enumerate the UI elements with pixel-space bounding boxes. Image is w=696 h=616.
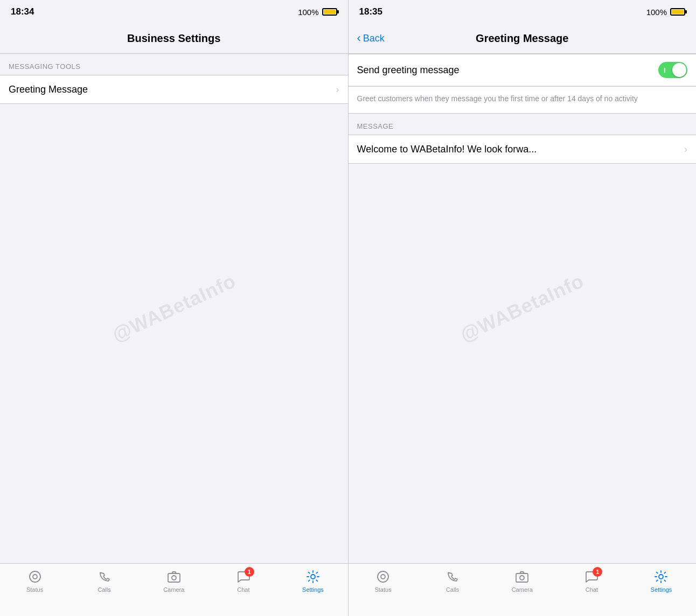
page-title-left: Business Settings xyxy=(127,32,220,45)
tab-settings-right[interactable]: Settings xyxy=(627,569,696,593)
back-button[interactable]: ‹ Back xyxy=(357,33,385,44)
chat-label-left: Chat xyxy=(237,586,249,593)
chat-badge-left: 1 xyxy=(245,567,254,577)
chat-label-right: Chat xyxy=(586,586,598,593)
tab-bar-left: Status Calls Camera xyxy=(0,563,348,616)
back-chevron-icon: ‹ xyxy=(357,32,361,44)
battery-fill-right xyxy=(672,10,684,14)
calls-label-right: Calls xyxy=(446,586,459,593)
settings-icon-left xyxy=(305,569,321,584)
calls-icon-left xyxy=(97,569,112,584)
tab-calls-left[interactable]: Calls xyxy=(69,569,139,593)
svg-point-6 xyxy=(381,575,385,579)
chat-icon-right: 1 xyxy=(584,569,599,584)
battery-pct-left: 100% xyxy=(298,8,318,17)
toggle-knob xyxy=(672,63,686,77)
greeting-message-label: Greeting Message xyxy=(9,84,336,95)
nav-header-right: ‹ Back Greeting Message xyxy=(349,24,697,54)
message-list-group: Welcome to WABetaInfo! We look forwa... … xyxy=(349,135,697,164)
svg-rect-2 xyxy=(168,573,180,582)
main-content-right: Send greeting message I Greet customers … xyxy=(349,54,697,563)
status-right-left: 100% xyxy=(298,8,337,17)
message-section-header: MESSAGE xyxy=(349,114,697,135)
tab-chat-right[interactable]: 1 Chat xyxy=(557,569,627,593)
greeting-toggle[interactable]: I xyxy=(658,62,687,78)
toggle-i-label: I xyxy=(664,66,666,74)
message-preview-row[interactable]: Welcome to WABetaInfo! We look forwa... … xyxy=(349,135,697,163)
greeting-toggle-group: Send greeting message I xyxy=(349,54,697,87)
settings-label-left: Settings xyxy=(302,586,324,593)
back-label: Back xyxy=(363,33,385,44)
svg-point-5 xyxy=(378,571,388,582)
battery-icon-left xyxy=(322,8,337,16)
greeting-message-row[interactable]: Greeting Message › xyxy=(0,75,348,103)
status-label-right: Status xyxy=(374,586,391,593)
status-label-left: Status xyxy=(26,586,43,593)
svg-point-0 xyxy=(30,571,40,582)
send-greeting-row: Send greeting message I xyxy=(349,54,697,86)
calls-icon-right xyxy=(445,569,460,584)
nav-header-left: Business Settings xyxy=(0,24,348,54)
page-title-right: Greeting Message xyxy=(476,32,568,45)
camera-icon-right xyxy=(514,569,530,584)
time-left: 18:34 xyxy=(11,6,34,17)
status-icon-right xyxy=(375,569,391,584)
tab-status-right[interactable]: Status xyxy=(349,569,418,593)
settings-label-right: Settings xyxy=(651,586,672,593)
svg-point-3 xyxy=(172,576,176,580)
settings-icon-right xyxy=(653,569,669,584)
greeting-description: Greet customers when they message you th… xyxy=(357,93,688,104)
greeting-description-block: Greet customers when they message you th… xyxy=(349,87,697,114)
battery-icon-right xyxy=(670,8,685,16)
svg-point-4 xyxy=(311,575,315,579)
time-right: 18:35 xyxy=(359,6,382,17)
tab-status-left[interactable]: Status xyxy=(0,569,69,593)
send-greeting-label: Send greeting message xyxy=(357,65,659,76)
left-panel: @WABetaInfo 18:34 100% Business Settings… xyxy=(0,0,348,616)
calls-label-left: Calls xyxy=(98,586,110,593)
section-header-messaging-tools: MESSAGING TOOLS xyxy=(0,54,348,75)
message-chevron: › xyxy=(684,144,687,155)
camera-label-left: Camera xyxy=(163,586,184,593)
battery-pct-right: 100% xyxy=(646,8,667,17)
messaging-tools-list: Greeting Message › xyxy=(0,75,348,104)
tab-settings-left[interactable]: Settings xyxy=(278,569,347,593)
camera-icon-left xyxy=(166,569,182,584)
greeting-chevron: › xyxy=(336,84,339,95)
svg-rect-7 xyxy=(516,573,528,582)
svg-point-9 xyxy=(659,575,663,579)
tab-bar-right: Status Calls Camera xyxy=(349,563,697,616)
tab-calls-right[interactable]: Calls xyxy=(418,569,488,593)
chat-icon-left: 1 xyxy=(236,569,251,584)
svg-point-8 xyxy=(520,576,524,580)
status-right-right: 100% xyxy=(646,8,685,17)
chat-badge-right: 1 xyxy=(593,567,602,577)
status-bar-right: 18:35 100% xyxy=(349,0,697,24)
svg-point-1 xyxy=(33,575,37,579)
camera-label-right: Camera xyxy=(512,586,533,593)
tab-chat-left[interactable]: 1 Chat xyxy=(208,569,278,593)
battery-fill-left xyxy=(324,10,336,14)
status-icon-left xyxy=(27,569,43,584)
main-content-left: MESSAGING TOOLS Greeting Message › xyxy=(0,54,348,563)
tab-camera-right[interactable]: Camera xyxy=(488,569,557,593)
message-preview-label: Welcome to WABetaInfo! We look forwa... xyxy=(357,144,685,155)
tab-camera-left[interactable]: Camera xyxy=(139,569,208,593)
right-panel: @WABetaInfo 18:35 100% ‹ Back Greeting M… xyxy=(349,0,697,616)
status-bar-left: 18:34 100% xyxy=(0,0,348,24)
